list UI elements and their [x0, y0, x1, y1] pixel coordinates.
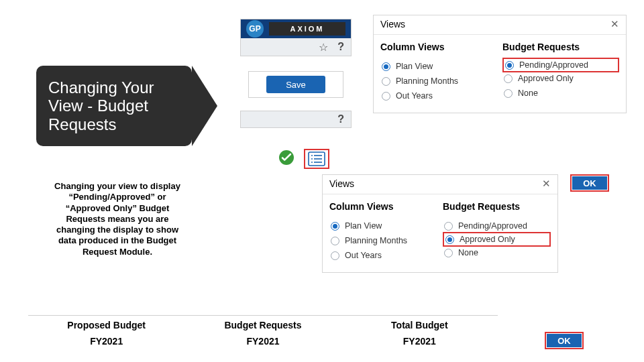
close-icon[interactable]: ✕ [542, 178, 551, 190]
radio-icon [331, 237, 339, 245]
column-views-title: Column Views [329, 201, 437, 212]
slide-description: Changing your view to display “Pending/A… [47, 181, 188, 257]
help-bar [240, 111, 352, 128]
budget-col-total: Total Budget FY2021 [341, 316, 498, 351]
ok-button[interactable]: OK [545, 332, 584, 349]
views-panel-top: Views ✕ Column Views Plan ViewPlanning M… [373, 15, 627, 113]
views-panel-title: Views [380, 19, 405, 29]
save-button-frame: Save [248, 71, 343, 98]
column-views-group: Column Views Plan ViewPlanning MonthsOut… [380, 42, 497, 103]
views-list-icon[interactable] [304, 149, 329, 169]
axiom-logo: AXIOM [269, 22, 345, 36]
radio-option[interactable]: Planning Months [380, 74, 497, 88]
radio-icon [504, 74, 513, 83]
radio-icon [444, 249, 453, 257]
radio-label: Approved Only [460, 235, 515, 244]
budget-requests-group: Budget Requests Pending/ApprovedApproved… [443, 201, 551, 263]
radio-label: Plan View [396, 62, 433, 71]
radio-option[interactable]: Pending/Approved [502, 58, 619, 72]
save-button[interactable]: Save [266, 76, 325, 93]
radio-option[interactable]: Out Years [380, 88, 497, 103]
column-views-title: Column Views [380, 42, 497, 52]
views-panel-header: Views ✕ [323, 175, 557, 194]
radio-option[interactable]: Out Years [329, 248, 437, 263]
radio-option[interactable]: Pending/Approved [443, 219, 551, 233]
help-icon[interactable] [337, 113, 344, 125]
axiom-titlebar: GP AXIOM [241, 19, 351, 38]
check-icon [278, 149, 294, 168]
ok-button[interactable]: OK [570, 174, 609, 192]
budget-col-year: FY2021 [184, 336, 341, 347]
radio-label: Planning Months [396, 76, 458, 86]
radio-icon [445, 235, 454, 244]
radio-icon [444, 222, 453, 231]
axiom-subbar [241, 38, 351, 56]
views-panel-title: Views [329, 178, 354, 189]
budget-col-year: FY2021 [28, 336, 184, 347]
radio-label: Plan View [345, 221, 382, 231]
radio-label: Planning Months [345, 236, 407, 245]
radio-label: Pending/Approved [519, 60, 588, 70]
radio-option[interactable]: Approved Only [502, 71, 619, 86]
radio-label: Pending/Approved [458, 221, 527, 231]
gp-badge: GP [246, 20, 264, 38]
icon-row [278, 149, 329, 169]
budget-requests-group: Budget Requests Pending/ApprovedApproved… [502, 42, 619, 103]
slide-title: Changing Your View - Budget Requests [48, 78, 180, 134]
budget-requests-title: Budget Requests [443, 201, 551, 212]
budget-col-requests: Budget Requests FY2021 [184, 316, 341, 351]
views-panel-header: Views ✕ [374, 15, 626, 35]
star-icon[interactable] [319, 41, 328, 54]
radio-icon [382, 77, 390, 86]
radio-icon [331, 222, 339, 231]
radio-label: None [458, 248, 478, 257]
axiom-header: GP AXIOM [240, 19, 352, 56]
radio-icon [505, 61, 514, 70]
radio-option[interactable]: Planning Months [329, 233, 437, 248]
radio-option[interactable]: None [502, 86, 619, 101]
views-panel-bottom: Views ✕ Column Views Plan ViewPlanning M… [322, 174, 558, 273]
budget-col-proposed: Proposed Budget FY2021 [28, 316, 184, 351]
radio-icon [382, 92, 390, 101]
budget-col-header: Total Budget [341, 320, 498, 330]
budget-col-header: Budget Requests [184, 320, 341, 330]
radio-icon [504, 89, 513, 98]
radio-option[interactable]: Plan View [329, 219, 437, 233]
slide-title-tag: Changing Your View - Budget Requests [36, 66, 192, 146]
close-icon[interactable]: ✕ [610, 18, 619, 30]
radio-label: Out Years [345, 251, 382, 260]
radio-label: Out Years [396, 91, 433, 101]
radio-label: Approved Only [518, 74, 574, 83]
budget-col-header: Proposed Budget [28, 320, 184, 330]
radio-option[interactable]: Plan View [380, 59, 497, 74]
budget-columns-bar: Proposed Budget FY2021 Budget Requests F… [28, 315, 498, 351]
radio-icon [331, 251, 339, 260]
budget-requests-title: Budget Requests [502, 42, 619, 52]
radio-option[interactable]: None [443, 245, 551, 260]
help-icon[interactable] [337, 41, 344, 53]
budget-col-year: FY2021 [341, 336, 498, 347]
column-views-group: Column Views Plan ViewPlanning MonthsOut… [329, 201, 437, 263]
radio-option[interactable]: Approved Only [443, 232, 551, 247]
radio-icon [382, 62, 390, 71]
radio-label: None [518, 88, 538, 98]
